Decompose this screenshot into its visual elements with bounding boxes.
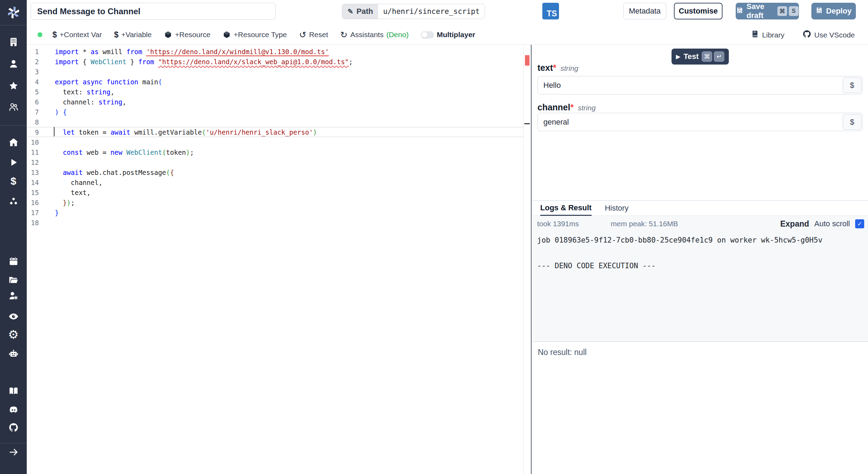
save-icon	[736, 7, 743, 16]
code-text: text,	[48, 189, 91, 196]
library-label: Library	[762, 31, 784, 39]
code-line[interactable]: 18	[27, 218, 531, 228]
toolbar-resourcetype-button[interactable]: +Resource Type	[223, 31, 287, 39]
arrow-right-icon[interactable]	[7, 446, 20, 458]
path-label: Path	[357, 7, 373, 16]
folder-icon[interactable]	[7, 273, 20, 286]
code-line[interactable]: 17}	[27, 208, 531, 218]
star-icon[interactable]	[7, 79, 20, 92]
key-chip: S	[789, 6, 799, 16]
code-line[interactable]: 5 text: string,	[27, 87, 531, 97]
pencil-icon: ✎	[348, 7, 353, 16]
editor-toolbar: $+Context Var$+Variable+Resource+Resourc…	[27, 25, 868, 45]
line-number: 10	[27, 138, 48, 146]
line-number: 6	[27, 98, 48, 106]
channel-input[interactable]	[538, 118, 842, 127]
test-button[interactable]: ▶ Test ⌘↵	[671, 49, 729, 65]
logs-tabs: Logs & ResultHistory	[532, 200, 868, 216]
code-editor[interactable]: 1import * as wmill from 'https://deno.la…	[27, 45, 532, 474]
windmill-logo[interactable]	[6, 4, 22, 22]
use-vscode-label: Use VScode	[814, 31, 855, 39]
users-gear-icon[interactable]	[7, 289, 20, 302]
code-line[interactable]: 16 });	[27, 197, 531, 208]
deploy-button[interactable]: Deploy	[811, 3, 856, 19]
code-line[interactable]: 3	[27, 67, 531, 77]
code-text: const web = new WebClient(token);	[48, 149, 194, 156]
cubes-icon[interactable]	[7, 195, 20, 208]
script-title-input[interactable]	[31, 3, 276, 20]
toolbar-right: Library Use VScode	[751, 25, 855, 45]
save-icon	[816, 7, 823, 16]
user-icon[interactable]	[7, 58, 20, 70]
save-draft-button[interactable]: Save draft ⌘S	[736, 3, 799, 19]
toolbar-assistants-button[interactable]: ↻Assistants(Deno)	[340, 31, 409, 39]
line-number: 16	[27, 199, 48, 206]
text-input[interactable]	[538, 81, 842, 90]
code-line[interactable]: 6 channel: string,	[27, 97, 531, 107]
home-icon[interactable]	[7, 136, 20, 149]
code-line[interactable]: 9 let token = await wmill.getVariable('u…	[27, 127, 531, 137]
editor-cursor	[54, 127, 55, 136]
gear-icon[interactable]: ⚙	[7, 328, 20, 341]
github-icon[interactable]	[7, 421, 20, 434]
result-text: No result: null	[532, 342, 868, 363]
library-icon	[751, 30, 759, 40]
path-widget[interactable]: ✎ Path u/henri/sincere_script	[342, 4, 485, 19]
toolbar-reset-button[interactable]: ↺Reset	[299, 31, 328, 39]
code-text: ) {	[48, 108, 67, 116]
users-icon[interactable]	[7, 101, 20, 113]
code-line[interactable]: 8	[27, 117, 531, 127]
tab-history[interactable]: History	[605, 201, 628, 215]
customise-label: Customise	[679, 7, 718, 16]
code-line[interactable]: 7) {	[27, 107, 531, 117]
code-line[interactable]: 4export async function main(	[27, 77, 531, 87]
library-button[interactable]: Library	[751, 30, 784, 40]
expand-button[interactable]: Expand	[780, 219, 809, 229]
code-line[interactable]: 2import { WebClient } from "https://deno…	[27, 57, 531, 67]
path-edit-button[interactable]: ✎ Path	[342, 4, 378, 19]
multiplayer-toggle[interactable]	[421, 31, 434, 39]
code-text: export async function main(	[48, 78, 162, 86]
toolbar-resource-button[interactable]: +Resource	[164, 31, 210, 39]
test-shortcut: ⌘↵	[702, 51, 724, 62]
cursor-marker	[524, 123, 530, 124]
code-line[interactable]: 11 const web = new WebClient(token);	[27, 147, 531, 157]
play-icon[interactable]	[7, 156, 20, 169]
use-vscode-button[interactable]: Use VScode	[802, 29, 855, 40]
tab-logs-result[interactable]: Logs & Result	[540, 201, 592, 216]
customise-button[interactable]: Customise	[674, 3, 723, 19]
code-line[interactable]: 12	[27, 157, 531, 167]
sidebar-divider	[0, 125, 27, 126]
toolbar-contextvar-button[interactable]: $+Context Var	[52, 31, 102, 39]
multiplayer-toggle-group: Multiplayer	[421, 31, 475, 39]
calendar-icon[interactable]	[7, 255, 20, 268]
code-text: text: string,	[48, 88, 115, 96]
line-number: 2	[27, 58, 48, 66]
toolbar-variable-button[interactable]: $+Variable	[114, 31, 152, 39]
metadata-button[interactable]: Metadata	[623, 3, 666, 19]
discord-icon[interactable]	[7, 404, 20, 416]
code-line[interactable]: 13 await web.chat.postMessage({	[27, 167, 531, 177]
eye-icon[interactable]	[7, 310, 20, 323]
line-number: 4	[27, 78, 48, 86]
log-output: took 1391ms mem peak: 51.16MB Expand Aut…	[532, 216, 868, 342]
code-line[interactable]: 15 text,	[27, 187, 531, 197]
code-text: import { WebClient } from "https://deno.…	[48, 58, 353, 66]
line-number: 11	[27, 149, 48, 156]
text-variable-picker-button[interactable]: $	[843, 77, 861, 93]
dollar-icon[interactable]: $	[7, 175, 20, 187]
book-icon[interactable]	[7, 385, 20, 397]
code-line[interactable]: 14 channel,	[27, 177, 531, 187]
code-text: channel,	[48, 179, 102, 186]
channel-variable-picker-button[interactable]: $	[843, 114, 861, 130]
multiplayer-label: Multiplayer	[437, 31, 475, 39]
code-line[interactable]: 10	[27, 137, 531, 147]
github-icon	[802, 29, 811, 40]
deploy-label: Deploy	[826, 7, 851, 16]
code-text: let token = await wmill.getVariable('u/h…	[48, 128, 317, 136]
autoscroll-checkbox[interactable]: ✓	[855, 219, 864, 228]
robot-icon[interactable]	[7, 347, 20, 360]
line-number: 17	[27, 209, 48, 217]
building-icon[interactable]	[7, 36, 20, 48]
code-line[interactable]: 1import * as wmill from 'https://deno.la…	[27, 46, 531, 57]
